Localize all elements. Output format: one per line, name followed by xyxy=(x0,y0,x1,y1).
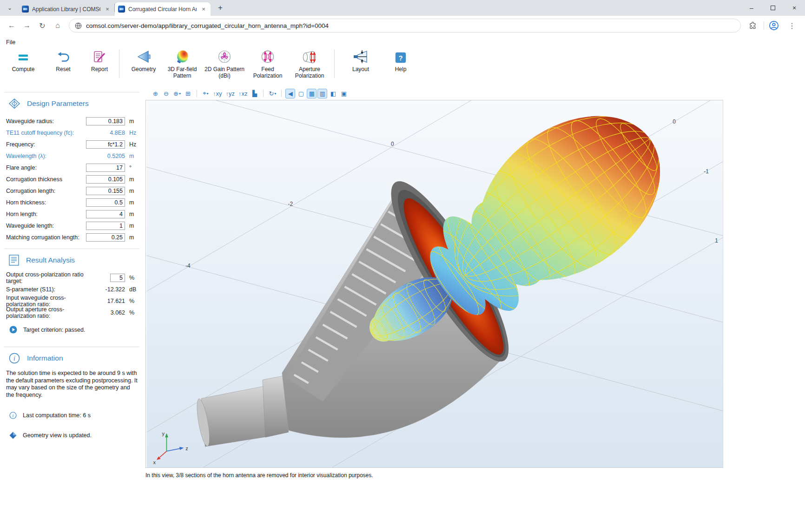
chevron-down-icon: ⌄ xyxy=(7,5,12,11)
profile-button[interactable] xyxy=(767,19,781,33)
zoom-box[interactable]: ⊕ ▾ xyxy=(172,89,182,99)
browser-menu-button[interactable]: ⋮ xyxy=(785,19,799,33)
graphics-tool-glyph: ⊖ xyxy=(164,90,169,97)
site-info-icon[interactable] xyxy=(75,22,82,29)
result-analysis-icon xyxy=(9,255,19,266)
parameter-input[interactable] xyxy=(86,140,125,149)
tab-search-button[interactable]: ⌄ xyxy=(4,2,16,14)
close-tab-icon[interactable]: × xyxy=(200,6,207,13)
result-unit: % xyxy=(129,298,140,304)
parameter-input[interactable] xyxy=(86,164,125,172)
3d-visualization[interactable]: 0 -2 -4 0 -1 1 y z xyxy=(146,100,724,467)
graphics-tool-glyph: ⌖ xyxy=(203,90,206,97)
show-material-rendering[interactable]: ▥ ▾ xyxy=(317,89,327,99)
graphics-tool-glyph: ⊞ xyxy=(185,90,191,97)
parameter-input[interactable] xyxy=(86,117,125,125)
rotate-view[interactable]: ↻ ▾ xyxy=(267,89,277,99)
result-row: Output aperture cross-polarization ratio… xyxy=(6,307,140,318)
axis-tick: 0 xyxy=(391,141,394,147)
target-criterion-status: Target criterion: passed. xyxy=(9,326,140,334)
axis-tick: 1 xyxy=(715,237,718,244)
forward-button[interactable]: → xyxy=(20,19,34,33)
parameter-input[interactable] xyxy=(86,198,125,207)
3d-far-field-pattern-button[interactable]: 3D Far-field Pattern xyxy=(162,48,202,79)
zoom-in[interactable]: ⊕ ▾ xyxy=(151,89,160,99)
graphics-tool-glyph: ↑yz xyxy=(225,90,235,97)
result-input[interactable] xyxy=(110,274,125,282)
tab-application-library[interactable]: Application Library | COMSOL S × xyxy=(19,2,114,16)
geometry-button[interactable]: Geometry xyxy=(127,48,160,72)
chevron-down-icon: ▾ xyxy=(179,92,181,96)
parameter-label: Corrugation length: xyxy=(6,188,86,194)
last-computation-text: Last computation time: 6 s xyxy=(23,412,91,419)
app-ribbon: Compute Reset Report Geometry 3D Far-fie… xyxy=(0,46,805,86)
maximize-button[interactable] xyxy=(762,0,784,16)
geometry-status-text: Geometry view is updated. xyxy=(23,432,92,439)
3d-viewport[interactable]: 0 -2 -4 0 -1 1 y z xyxy=(145,100,723,468)
profile-icon xyxy=(769,20,779,31)
view-caption: In this view, 3/8 sections of the horn a… xyxy=(145,472,805,479)
zoom-extents[interactable]: ⊞ ▾ xyxy=(183,89,193,99)
parameter-input[interactable] xyxy=(86,210,125,218)
back-button[interactable]: ← xyxy=(5,19,19,33)
go-to-yz-view[interactable]: ↑yz ▾ xyxy=(224,89,236,99)
triad-y-label: y xyxy=(162,431,165,436)
home-button[interactable]: ⌂ xyxy=(51,19,65,33)
layout-button[interactable]: Layout xyxy=(346,48,376,72)
svg-text:i: i xyxy=(13,355,15,362)
zoom-out[interactable]: ⊖ ▾ xyxy=(161,89,171,99)
status-text: Target criterion: passed. xyxy=(23,327,85,333)
compute-button[interactable]: Compute xyxy=(5,48,42,72)
parameter-input[interactable] xyxy=(86,233,125,242)
2d-gain-pattern-button[interactable]: 2D Gain Pattern (dBi) xyxy=(203,48,246,79)
parameter-input[interactable] xyxy=(86,175,125,184)
solution-time-note: The solution time is expected to be arou… xyxy=(6,370,139,399)
transparency[interactable]: ▢ ▾ xyxy=(296,89,306,99)
go-to-default-3d-view[interactable]: ⌖ ▾ xyxy=(201,89,211,99)
close-window-button[interactable]: × xyxy=(784,0,805,16)
invert-background[interactable]: ◧ ▾ xyxy=(328,89,338,99)
aperture-polarization-button[interactable]: Aperture Polarization xyxy=(290,48,330,79)
parameter-unit: m xyxy=(129,118,140,125)
tab-title: Application Library | COMSOL S xyxy=(32,6,100,13)
tab-corrugated-horn[interactable]: Corrugated Circular Horn Anten × xyxy=(115,2,211,16)
close-tab-icon[interactable]: × xyxy=(104,6,111,13)
file-menu[interactable]: File xyxy=(6,39,15,46)
reset-button[interactable]: Reset xyxy=(48,48,78,72)
scene-light[interactable]: ◀ ▾ xyxy=(285,89,295,99)
extensions-button[interactable] xyxy=(746,19,759,33)
help-button[interactable]: ? Help xyxy=(386,48,416,72)
feed-polarization-button[interactable]: Feed Polarization xyxy=(248,48,288,79)
2d-gain-pattern-icon xyxy=(217,48,232,64)
new-tab-button[interactable]: + xyxy=(214,2,226,14)
snapshot[interactable]: ▣ ▾ xyxy=(339,89,349,99)
section-divider xyxy=(4,347,139,347)
parameter-unit: ° xyxy=(129,164,140,171)
parameter-row: Horn thickness: 0.5 m xyxy=(6,197,140,208)
graphics-tool-glyph: ▣ xyxy=(341,90,347,97)
app-menubar: File xyxy=(0,35,805,46)
graphics-tool-glyph: ▦ xyxy=(309,90,315,97)
report-button[interactable]: Report xyxy=(85,48,114,72)
url-bar[interactable]: comsol.com/server-demo/app/library_corru… xyxy=(69,19,741,33)
parameter-label: Horn thickness: xyxy=(6,199,86,206)
result-row: Output cross-polarization ratio target: … xyxy=(6,272,140,283)
parameter-label: Wavelength (λ): xyxy=(6,153,83,159)
browser-toolbar: ← → ↻ ⌂ comsol.com/server-demo/app/libra… xyxy=(0,16,805,35)
graphics-tool-glyph: ◧ xyxy=(330,90,336,97)
parameter-input[interactable] xyxy=(86,222,125,230)
svg-text:?: ? xyxy=(398,54,402,62)
separator: ▾ xyxy=(281,90,282,97)
show-grid[interactable]: ▦ ▾ xyxy=(307,89,317,99)
parameter-input[interactable] xyxy=(86,187,125,195)
minimize-button[interactable]: – xyxy=(741,0,762,16)
design-parameters-header: Design Parameters xyxy=(9,97,140,111)
axis-tick: -2 xyxy=(288,201,293,207)
reload-button[interactable]: ↻ xyxy=(35,19,49,33)
go-to-xy-view[interactable]: ↑xy ▾ xyxy=(211,89,224,99)
scene-light-settings[interactable]: ▙ ▾ xyxy=(250,89,259,99)
parameter-unit: m xyxy=(129,234,140,241)
design-parameters-rows: Waveguide radius: 0.183 m TE11 cutoff fr… xyxy=(6,115,140,243)
go-to-xz-view[interactable]: ↑xz ▾ xyxy=(237,89,249,99)
graphics-tool-glyph: ↑xy xyxy=(213,90,222,97)
